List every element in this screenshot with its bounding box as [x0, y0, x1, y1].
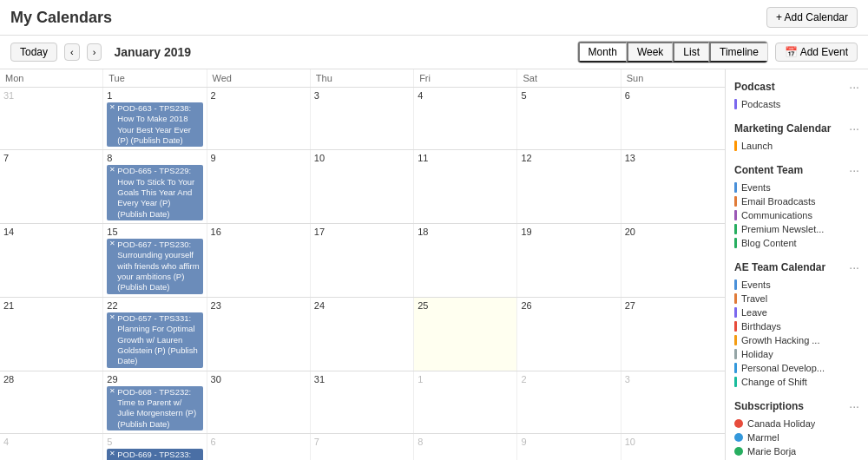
calendar-area: MonTueWedThuFriSatSun 311✕POD-663 - TPS2…: [0, 69, 725, 460]
calendar-event[interactable]: ✕POD-665 - TPS229: How To Stick To Your …: [107, 165, 202, 220]
calendar-cell[interactable]: 30: [207, 371, 311, 433]
cell-number: 3: [625, 373, 721, 385]
calendar-cell[interactable]: 27: [621, 298, 725, 371]
calendar-cell[interactable]: 20: [621, 224, 725, 297]
calendar-cell[interactable]: 9: [517, 434, 621, 460]
calendar-cell[interactable]: 17: [311, 224, 414, 297]
calendar-cell[interactable]: 3: [311, 88, 414, 149]
calendar-cell[interactable]: 14: [0, 224, 103, 297]
event-icon: ✕: [109, 387, 115, 396]
sidebar-item[interactable]: Launch: [726, 139, 868, 153]
sidebar-color-dot: [734, 419, 743, 428]
calendar-cell[interactable]: 29✕POD-668 - TPS232: Time to Parent w/ J…: [103, 371, 207, 433]
view-tab-list[interactable]: List: [673, 42, 709, 62]
calendar-cell[interactable]: 25: [414, 298, 517, 371]
cell-number: 9: [211, 152, 306, 164]
sidebar-section-more-button[interactable]: ···: [849, 260, 859, 274]
calendar-cell[interactable]: 6: [621, 88, 725, 149]
calendar-cell[interactable]: 1✕POD-663 - TPS238: How To Make 2018 You…: [103, 88, 207, 149]
sidebar-item[interactable]: Leave: [726, 306, 868, 319]
calendar-cell[interactable]: 4: [0, 434, 103, 460]
calendar-cell[interactable]: 5✕POD-669 - TPS233: Calendar #1 Personal…: [103, 434, 207, 460]
next-button[interactable]: ›: [87, 43, 102, 61]
sidebar-item[interactable]: Travel: [726, 292, 868, 306]
calendar-cell[interactable]: 7: [311, 434, 414, 460]
sidebar-item[interactable]: Communications: [726, 208, 868, 222]
sidebar-item[interactable]: Events: [726, 278, 868, 292]
cell-number: 9: [521, 436, 616, 448]
calendar-cell[interactable]: 16: [207, 224, 311, 297]
view-tab-timeline[interactable]: Timeline: [709, 42, 767, 62]
event-label: POD-667 - TPS230: Surrounding yourself w…: [117, 240, 200, 293]
sidebar-item[interactable]: Birthdays: [726, 319, 868, 333]
calendar-event[interactable]: ✕POD-669 - TPS233: Calendar #1 Personal …: [107, 449, 202, 460]
calendar-cell[interactable]: 12: [517, 150, 621, 223]
sidebar-item-label: Travel: [741, 293, 767, 304]
calendar-cell[interactable]: 31: [0, 88, 103, 149]
calendar-cell[interactable]: 31: [311, 371, 414, 433]
calendar-cell[interactable]: 4: [414, 88, 517, 149]
view-tab-week[interactable]: Week: [627, 42, 673, 62]
calendar-cell[interactable]: 23: [207, 298, 311, 371]
calendar-cell[interactable]: 13: [621, 150, 725, 223]
event-icon: ✕: [109, 313, 115, 322]
sidebar-section-more-button[interactable]: ···: [849, 122, 859, 135]
sidebar-item-label: Blog Content: [741, 238, 797, 248]
calendar-cell[interactable]: 24: [311, 298, 414, 371]
add-event-button[interactable]: 📅 Add Event: [775, 43, 858, 62]
top-bar: My Calendars + Add Calendar: [0, 0, 868, 36]
calendar-cell[interactable]: 22✕POD-657 - TPS331: Planning For Optima…: [103, 298, 207, 371]
calendar-cell[interactable]: 11: [414, 150, 517, 223]
cell-number: 8: [418, 436, 513, 448]
calendar-event[interactable]: ✕POD-668 - TPS232: Time to Parent w/ Jul…: [107, 386, 202, 430]
sidebar-item[interactable]: Premium Newslet...: [726, 222, 868, 236]
calendar-event[interactable]: ✕POD-657 - TPS331: Planning For Optimal …: [107, 312, 202, 368]
calendar-cell[interactable]: 15✕POD-667 - TPS230: Surrounding yoursel…: [103, 224, 207, 297]
cell-number: 14: [3, 226, 99, 238]
sidebar-item[interactable]: Change of Shift: [726, 375, 868, 389]
calendar-cell[interactable]: 6: [207, 434, 311, 460]
calendar-cell[interactable]: 3: [621, 371, 725, 433]
sidebar-item[interactable]: Blog Content: [726, 236, 868, 250]
sidebar-section-more-button[interactable]: ···: [849, 80, 859, 94]
sidebar-item[interactable]: Personal Develop...: [726, 361, 868, 375]
sidebar-item[interactable]: Marmel: [726, 430, 868, 444]
sidebar-section-title: Content Team: [734, 164, 803, 176]
calendar-cell[interactable]: 10: [311, 150, 414, 223]
calendar-cell[interactable]: 8: [414, 434, 517, 460]
prev-button[interactable]: ‹: [64, 43, 80, 61]
calendar-cell[interactable]: 1: [414, 371, 517, 433]
sidebar-section-more-button[interactable]: ···: [849, 399, 859, 413]
calendar-cell[interactable]: 9: [207, 150, 311, 223]
calendar-cell[interactable]: 8✕POD-665 - TPS229: How To Stick To Your…: [103, 150, 207, 223]
today-button[interactable]: Today: [10, 43, 57, 62]
sidebar-section-more-button[interactable]: ···: [849, 163, 859, 177]
calendar-cell[interactable]: 7: [0, 150, 103, 223]
calendar-cell[interactable]: 26: [517, 298, 621, 371]
cell-number: 1: [418, 373, 513, 385]
calendar-cell[interactable]: 21: [0, 298, 103, 371]
add-calendar-button[interactable]: + Add Calendar: [766, 7, 858, 28]
sidebar-item[interactable]: Canada Holiday: [726, 417, 868, 430]
view-tab-month[interactable]: Month: [578, 42, 627, 62]
event-label: POD-665 - TPS229: How To Stick To Your G…: [117, 166, 200, 220]
calendar-event[interactable]: ✕POD-667 - TPS230: Surrounding yourself …: [107, 239, 202, 294]
sidebar-color-bar: [734, 307, 737, 318]
sidebar-item[interactable]: Email Broadcasts: [726, 194, 868, 208]
cell-number: 1: [107, 89, 202, 102]
calendar-cell[interactable]: 2: [207, 88, 311, 149]
sidebar-color-dot: [734, 447, 743, 456]
calendar-cell[interactable]: 28: [0, 371, 103, 433]
calendar-cell[interactable]: 18: [414, 224, 517, 297]
calendar-cell[interactable]: 2: [517, 371, 621, 433]
sidebar-item[interactable]: Growth Hacking ...: [726, 333, 868, 347]
sidebar-item[interactable]: Events: [726, 181, 868, 194]
sidebar-item[interactable]: Marie Borja: [726, 444, 868, 458]
calendar-cell[interactable]: 19: [517, 224, 621, 297]
sidebar-item[interactable]: Podcasts: [726, 97, 868, 111]
calendar-cell[interactable]: 5: [517, 88, 621, 149]
event-icon: ✕: [109, 240, 115, 248]
calendar-event[interactable]: ✕POD-663 - TPS238: How To Make 2018 Your…: [107, 102, 202, 147]
sidebar-item[interactable]: Holiday: [726, 347, 868, 361]
calendar-cell[interactable]: 10: [621, 434, 725, 460]
